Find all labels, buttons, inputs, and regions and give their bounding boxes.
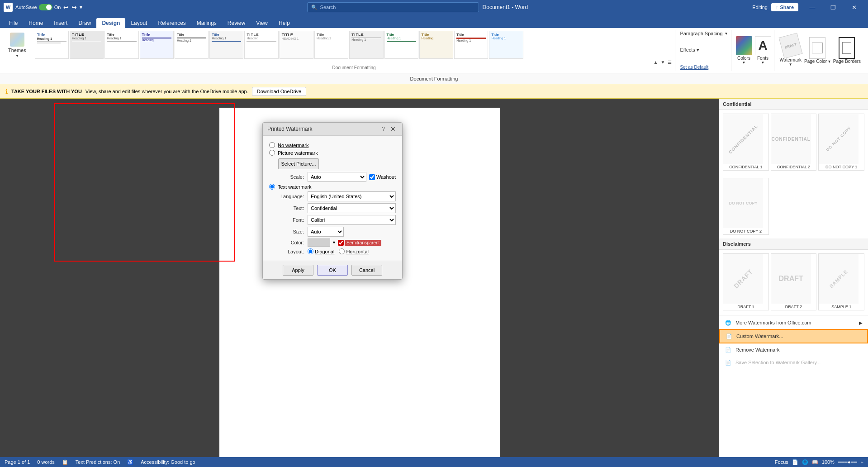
style-item-9[interactable]: Title Heading 1 (314, 31, 348, 59)
watermark-confidential-2[interactable]: CONFIDENTIAL CONFIDENTIAL 2 (771, 114, 817, 171)
ok-button[interactable]: OK (317, 265, 348, 276)
tab-mailings[interactable]: Mailings (191, 18, 222, 28)
size-select[interactable]: Auto (308, 227, 344, 237)
tab-home[interactable]: Home (23, 18, 48, 28)
editing-label[interactable]: Editing (752, 5, 768, 10)
themes-button[interactable]: Themes ▼ (5, 31, 29, 60)
style-item-10[interactable]: TITLE Heading 1 (349, 31, 383, 59)
tab-design[interactable]: Design (96, 18, 125, 28)
autosave-toggle[interactable] (39, 4, 52, 10)
word-logo-icon: W (4, 3, 13, 12)
more-watermarks-icon: 🌐 (725, 319, 732, 326)
view-icon-read[interactable]: 📖 (812, 459, 818, 465)
style-item-3[interactable]: Title Heading 1 (104, 31, 138, 59)
colors-button[interactable]: Colors ▼ (736, 36, 752, 65)
cancel-button[interactable]: Cancel (351, 265, 382, 276)
tab-help[interactable]: Help (273, 18, 295, 28)
focus-label[interactable]: Focus (775, 459, 788, 465)
picture-watermark-radio[interactable] (269, 150, 275, 156)
restore-button[interactable]: ❐ (823, 0, 844, 14)
watermark-do-not-copy-2[interactable]: DO NOT COPY DO NOT COPY 2 (723, 178, 769, 235)
watermark-draft-1[interactable]: DRAFT DRAFT 1 (723, 253, 769, 310)
no-watermark-radio[interactable] (269, 142, 275, 148)
remove-watermark-item[interactable]: 📄 Remove Watermark (719, 343, 868, 356)
style-item-5[interactable]: Title Heading 1 (175, 31, 209, 59)
page-borders-button[interactable]: Page Borders (833, 37, 861, 64)
tab-review[interactable]: Review (222, 18, 251, 28)
picture-watermark-label[interactable]: Picture watermark (278, 150, 318, 156)
watermark-draft-2[interactable]: DRAFT DRAFT 2 (771, 253, 817, 310)
color-dropdown-icon[interactable]: ▼ (332, 240, 336, 245)
custom-watermark-label: Custom Watermark... (736, 334, 783, 339)
horizontal-radio[interactable] (339, 248, 345, 254)
gallery-more[interactable]: ☰ (666, 59, 673, 65)
gallery-scroll-down[interactable]: ▼ (659, 59, 666, 65)
semitransparent-label: Semitransparent (345, 240, 381, 246)
tab-insert[interactable]: Insert (48, 18, 73, 28)
share-button[interactable]: ↑ Share (771, 3, 798, 11)
effects-label[interactable]: Effects ▾ (680, 47, 699, 53)
redo-icon[interactable]: ↪ (71, 4, 77, 11)
style-item-7[interactable]: TITLE Heading (244, 31, 278, 59)
zoom-slider[interactable]: ━━━●━━ (838, 459, 857, 465)
set-default-label[interactable]: Set as Default (680, 65, 708, 70)
diagonal-radio[interactable] (308, 248, 313, 254)
language-select[interactable]: English (United States) (308, 191, 396, 201)
close-button[interactable]: ✕ (844, 0, 864, 14)
color-swatch[interactable] (308, 238, 330, 247)
zoom-in-icon[interactable]: + (861, 459, 863, 465)
view-icon-web[interactable]: 🌐 (802, 459, 808, 465)
text-select[interactable]: Confidential (308, 203, 396, 213)
layout-options: Diagonal Horizontal (308, 248, 369, 254)
style-item-11[interactable]: Title Heading 1 (384, 31, 418, 59)
text-watermark-label[interactable]: Text watermark (278, 184, 312, 190)
download-onedrive-button[interactable]: Download OneDrive (252, 87, 306, 96)
tab-file[interactable]: File (4, 18, 23, 28)
gallery-scroll-up[interactable]: ▲ (652, 59, 659, 65)
tab-layout[interactable]: Layout (125, 18, 152, 28)
style-item-4[interactable]: Title Heading (140, 31, 174, 59)
style-item-6[interactable]: Title Heading 1 (209, 31, 243, 59)
watermark-sample-1[interactable]: SAMPLE SAMPLE 1 (818, 253, 864, 310)
scale-select[interactable]: Auto (308, 172, 366, 182)
tab-references[interactable]: References (152, 18, 191, 28)
minimize-button[interactable]: — (802, 0, 823, 14)
page-color-button[interactable]: Page Color ▾ (804, 37, 830, 64)
view-icon-print[interactable]: 📄 (792, 459, 798, 465)
washout-checkbox[interactable] (369, 174, 375, 180)
fonts-button[interactable]: A Fonts ▼ (755, 36, 771, 65)
watermark-dropdown-icon: ▼ (789, 62, 792, 67)
style-item-13[interactable]: Title Heading 1 (454, 31, 488, 59)
tab-view[interactable]: View (251, 18, 273, 28)
style-item-14[interactable]: Title Heading 1 (489, 31, 523, 59)
watermark-do-not-copy-1[interactable]: DO NOT COPY DO NOT COPY 1 (818, 114, 864, 171)
paragraph-spacing-dropdown-icon[interactable]: ▼ (725, 32, 728, 36)
semitransparent-checkbox[interactable] (338, 240, 344, 246)
text-predictions-label[interactable]: Text Predictions: On (76, 459, 120, 465)
watermark-label-dnc1: DO NOT COPY 1 (819, 164, 864, 170)
style-item-8[interactable]: TITLE HEADING 1 (280, 31, 313, 59)
dialog-close-button[interactable]: ✕ (389, 125, 398, 133)
search-box[interactable]: 🔍 Search (307, 2, 479, 12)
watermark-confidential-1[interactable]: CONFIDENTIAL CONFIDENTIAL 1 (723, 114, 769, 171)
paragraph-spacing-label[interactable]: Paragraph Spacing (680, 31, 722, 36)
font-select[interactable]: Calibri (308, 215, 396, 225)
watermark-thumb-c1: CONFIDENTIAL (723, 114, 763, 164)
no-watermark-label[interactable]: No watermark (278, 143, 308, 148)
colors-label: Colors (737, 56, 750, 61)
text-watermark-radio[interactable] (269, 184, 275, 190)
tab-draw[interactable]: Draw (73, 18, 96, 28)
custom-watermark-item[interactable]: 📄 Custom Watermark... (719, 329, 868, 343)
style-item-2[interactable]: TITLE Heading 1 (70, 31, 104, 59)
apply-button[interactable]: Apply (283, 265, 313, 276)
more-watermarks-item[interactable]: 🌐 More Watermarks from Office.com ▶ (719, 316, 868, 329)
watermark-button[interactable]: DRAFT Watermark ▼ (780, 35, 802, 67)
watermark-thumb-d2: DRAFT (771, 254, 811, 304)
dialog-help-button[interactable]: ? (382, 126, 385, 132)
style-item-12[interactable]: Title Heading (419, 31, 453, 59)
accessibility-label[interactable]: Accessibility: Good to go (141, 459, 195, 465)
undo-icon[interactable]: ↩ (63, 4, 69, 11)
track-changes-icon[interactable]: 📋 (62, 459, 68, 465)
select-picture-button[interactable]: Select Picture... (278, 158, 319, 169)
style-item-1[interactable]: Title Heading 1 (35, 31, 69, 59)
